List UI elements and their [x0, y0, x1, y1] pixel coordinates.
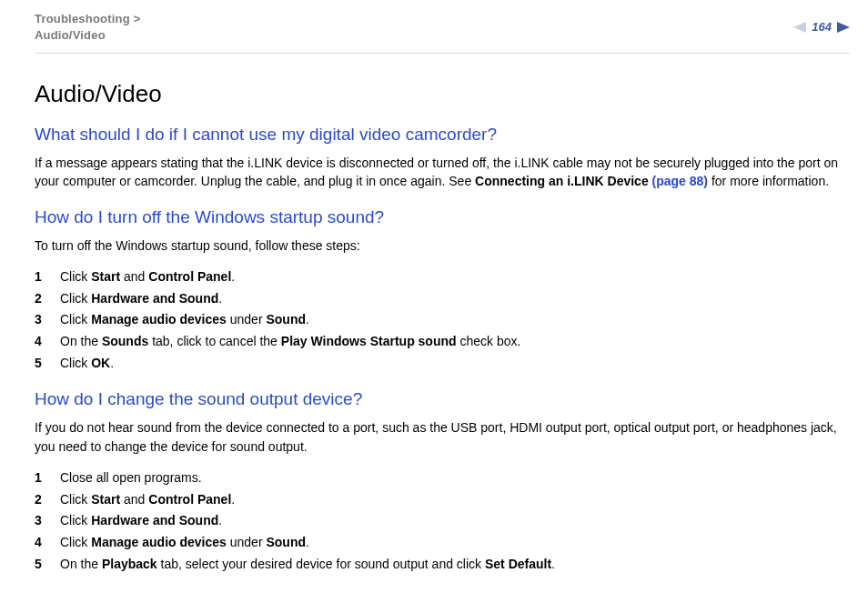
step-number: 1 [35, 468, 42, 488]
step-number: 5 [35, 354, 42, 374]
page-number-nav: 164 [793, 20, 850, 34]
list-item: 2Click Hardware and Sound. [35, 289, 841, 309]
svg-marker-0 [793, 22, 806, 33]
list-item: 4On the Sounds tab, click to cancel the … [35, 332, 841, 352]
list-item: 1Click Start and Control Panel. [35, 267, 841, 287]
page-title: Audio/Video [35, 80, 841, 108]
step-number: 2 [35, 490, 42, 510]
question-heading: How do I turn off the Windows startup so… [35, 207, 841, 227]
breadcrumb-line-2: Audio/Video [35, 28, 106, 42]
list-item: 3Click Hardware and Sound. [35, 511, 841, 531]
section-camcorder: What should I do if I cannot use my digi… [35, 125, 841, 191]
step-number: 3 [35, 511, 42, 531]
step-number: 3 [35, 310, 42, 330]
text-run: for more information. [708, 174, 829, 188]
prev-page-icon[interactable] [793, 22, 806, 33]
page-ref-link[interactable]: (page 88) [652, 174, 708, 188]
page-number: 164 [812, 20, 832, 34]
page-header: Troubleshooting > Audio/Video 164 [35, 11, 850, 54]
step-number: 4 [35, 533, 42, 553]
step-number: 1 [35, 267, 42, 287]
list-item: 5Click OK. [35, 354, 841, 374]
manual-page: Troubleshooting > Audio/Video 164 Audio/… [0, 0, 868, 613]
section-output-device: How do I change the sound output device?… [35, 389, 841, 574]
page-content: Audio/Video What should I do if I cannot… [35, 80, 841, 590]
question-heading: How do I change the sound output device? [35, 389, 841, 409]
question-heading: What should I do if I cannot use my digi… [35, 125, 841, 145]
bold-text: Connecting an i.LINK Device [475, 174, 651, 188]
breadcrumb: Troubleshooting > Audio/Video [35, 11, 850, 43]
body-text: If you do not hear sound from the device… [35, 418, 841, 456]
step-number: 2 [35, 289, 42, 309]
list-item: 4Click Manage audio devices under Sound. [35, 533, 841, 553]
svg-marker-1 [837, 22, 850, 33]
list-item: 1Close all open programs. [35, 468, 841, 488]
next-page-icon[interactable] [837, 22, 850, 33]
step-number: 4 [35, 332, 42, 352]
section-startup-sound: How do I turn off the Windows startup so… [35, 207, 841, 374]
body-text: To turn off the Windows startup sound, f… [35, 236, 841, 255]
breadcrumb-line-1: Troubleshooting > [35, 12, 140, 25]
list-item: 5On the Playback tab, select your desire… [35, 555, 841, 575]
step-number: 5 [35, 555, 42, 575]
steps-list: 1Close all open programs. 2Click Start a… [35, 468, 841, 574]
list-item: 3Click Manage audio devices under Sound. [35, 310, 841, 330]
list-item: 2Click Start and Control Panel. [35, 490, 841, 510]
body-text: If a message appears stating that the i.… [35, 154, 841, 191]
steps-list: 1Click Start and Control Panel. 2Click H… [35, 267, 841, 373]
